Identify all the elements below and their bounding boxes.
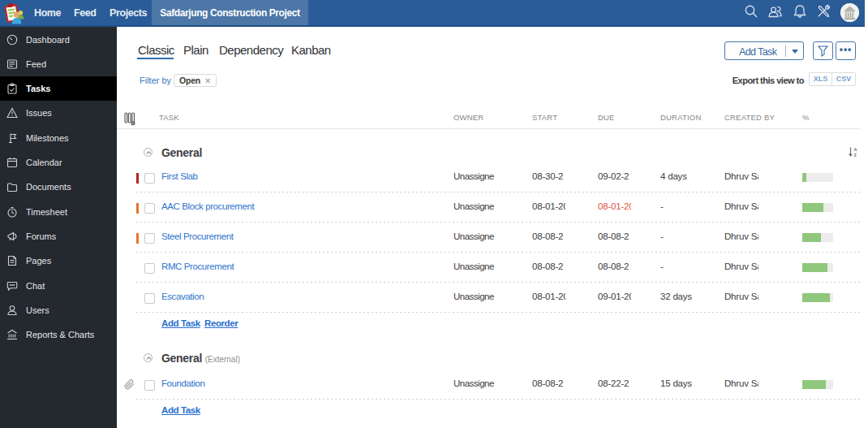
svg-text:A: A — [854, 147, 857, 152]
svg-text:Z: Z — [854, 153, 857, 158]
